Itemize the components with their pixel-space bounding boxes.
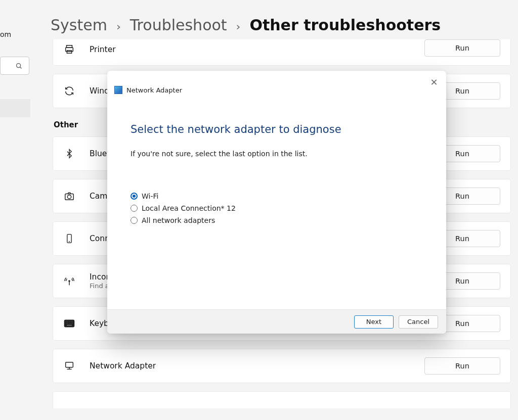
breadcrumb-system[interactable]: System — [51, 16, 107, 34]
row-partial-bottom — [53, 391, 511, 408]
radio-icon — [131, 217, 138, 224]
svg-rect-13 — [67, 321, 68, 322]
row-printer: Printer Run — [53, 39, 511, 66]
monitor-network-icon — [63, 360, 75, 372]
dialog-heading: Select the network adapter to diagnose — [131, 123, 423, 135]
svg-point-0 — [17, 63, 21, 67]
antenna-icon — [63, 275, 75, 287]
dialog-title: Network Adapter — [126, 86, 182, 94]
row-title: Printer — [90, 45, 116, 54]
cancel-button[interactable]: Cancel — [399, 315, 438, 329]
run-button-network-adapter[interactable]: Run — [424, 357, 500, 375]
item-icon — [63, 394, 75, 406]
dialog-footer: Next Cancel — [107, 309, 446, 334]
search-icon — [15, 62, 23, 70]
svg-rect-12 — [66, 321, 67, 322]
svg-rect-23 — [66, 362, 73, 367]
sidebar-nav-item[interactable] — [0, 81, 30, 99]
svg-point-6 — [67, 195, 71, 199]
svg-rect-20 — [70, 323, 71, 324]
close-button[interactable]: ✕ — [427, 76, 441, 88]
close-icon: ✕ — [430, 77, 438, 87]
sidebar-label-fragment: om — [0, 30, 30, 38]
radio-wifi[interactable]: Wi-Fi — [131, 192, 158, 200]
chevron-right-icon: › — [116, 20, 121, 33]
radio-all-network-adapters[interactable]: All network adapters — [131, 216, 215, 224]
troubleshooter-app-icon — [114, 86, 122, 94]
radio-label: All network adapters — [142, 216, 215, 224]
row-title: Network Adapter — [90, 361, 156, 370]
next-button[interactable]: Next — [354, 315, 394, 329]
svg-rect-19 — [69, 323, 70, 324]
keyboard-icon — [63, 317, 75, 330]
dialog-body: Select the network adapter to diagnose I… — [107, 95, 446, 309]
sidebar: om — [0, 30, 30, 117]
radio-icon — [131, 193, 138, 200]
dialog-titlebar: Network Adapter ✕ — [107, 71, 446, 95]
row-title: Conn — [90, 234, 110, 243]
radio-icon — [131, 205, 138, 212]
breadcrumb-troubleshoot[interactable]: Troubleshoot — [130, 16, 227, 34]
svg-rect-17 — [66, 323, 67, 324]
svg-rect-22 — [67, 324, 72, 325]
svg-rect-21 — [72, 323, 73, 324]
sync-icon — [63, 85, 75, 97]
svg-rect-4 — [67, 51, 71, 54]
row-title: Wind — [90, 86, 109, 96]
svg-rect-15 — [70, 321, 71, 322]
run-button-printer[interactable]: Run — [424, 39, 500, 57]
radio-label: Wi-Fi — [142, 192, 158, 200]
svg-rect-14 — [69, 321, 70, 322]
sidebar-nav — [0, 81, 30, 117]
bluetooth-icon — [63, 148, 75, 160]
svg-line-1 — [20, 67, 22, 68]
breadcrumb-current: Other troubleshooters — [249, 16, 441, 34]
phone-icon — [63, 232, 75, 245]
breadcrumb: System › Troubleshoot › Other troublesho… — [51, 16, 441, 34]
radio-label: Local Area Connection* 12 — [142, 204, 236, 212]
camera-icon — [63, 190, 75, 202]
printer-icon — [63, 43, 75, 56]
sidebar-nav-item-active[interactable] — [0, 99, 30, 117]
svg-rect-18 — [67, 323, 68, 324]
row-network-adapter: Network Adapter Run — [53, 349, 511, 383]
troubleshooter-dialog: Network Adapter ✕ Select the network ada… — [107, 71, 446, 334]
svg-rect-16 — [72, 321, 73, 322]
chevron-right-icon: › — [236, 20, 241, 33]
dialog-instruction: If you're not sure, select the last opti… — [131, 150, 423, 158]
sidebar-search[interactable] — [0, 57, 29, 75]
radio-local-area-connection-12[interactable]: Local Area Connection* 12 — [131, 204, 236, 212]
